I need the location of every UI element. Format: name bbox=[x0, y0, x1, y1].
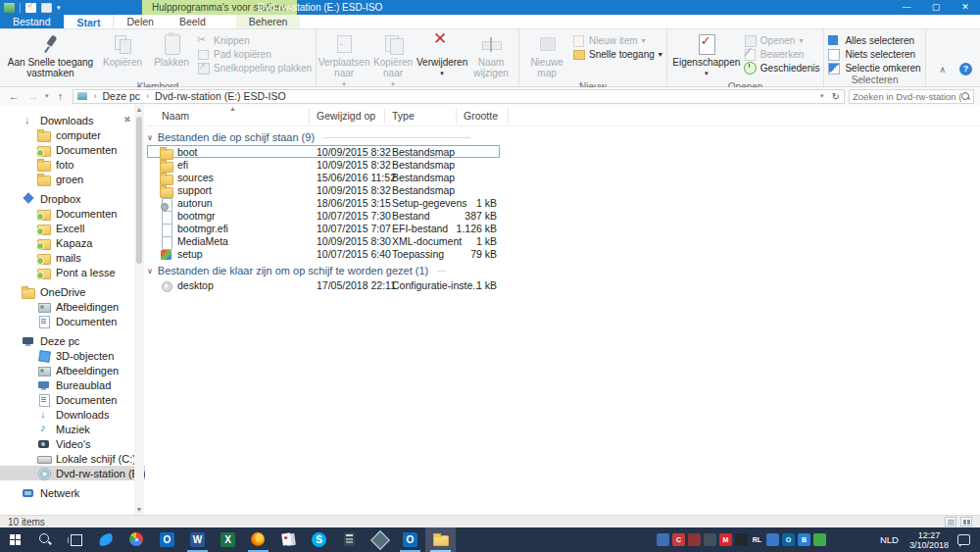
move-to-button[interactable]: Verplaatsen naar bbox=[320, 31, 368, 91]
file-row-mediameta[interactable]: MediaMeta 10/09/2015 8:30 XML-document 1… bbox=[147, 234, 500, 247]
tab-start[interactable]: Start bbox=[64, 15, 115, 28]
refresh-button[interactable]: ↻ bbox=[832, 91, 840, 102]
tab-bestand[interactable]: Bestand bbox=[0, 15, 64, 28]
taskbar-calculator-button[interactable] bbox=[334, 527, 365, 552]
maximize-button[interactable]: ▢ bbox=[921, 0, 951, 15]
sidebar-item-kapaza[interactable]: Kapaza bbox=[0, 235, 145, 250]
taskbar-firefox-button[interactable] bbox=[243, 527, 273, 552]
camera-tray-icon[interactable] bbox=[735, 533, 748, 546]
column-header-type[interactable]: Type bbox=[392, 110, 415, 122]
sidebar-item-videos[interactable]: Video's bbox=[0, 436, 145, 451]
file-row-setup[interactable]: setup 10/07/2015 6:40 Toepassing 79 kB bbox=[147, 247, 500, 260]
keyboard-locale[interactable]: NLD bbox=[876, 534, 903, 545]
properties-button[interactable]: Eigenschappen bbox=[671, 31, 742, 80]
taskbar-excel-button[interactable]: X bbox=[213, 527, 243, 552]
invert-selection-button[interactable]: Selectie omkeren bbox=[828, 62, 920, 74]
breadcrumb-current[interactable]: Dvd-rw-station (E:) ESD-ISO bbox=[155, 90, 286, 102]
scroll-up-icon[interactable]: ▲ bbox=[134, 105, 144, 115]
history-button[interactable]: Geschiedenis bbox=[744, 62, 820, 74]
taskbar-thunderbird-button[interactable] bbox=[91, 527, 122, 552]
new-folder-button[interactable]: Nieuwe map bbox=[523, 31, 570, 80]
sidebar-item-onedrive-afbeeldingen[interactable]: Afbeeldingen bbox=[0, 299, 145, 314]
recent-locations-button[interactable]: ▾ bbox=[45, 92, 49, 100]
search-box[interactable] bbox=[849, 89, 974, 104]
tab-beeld[interactable]: Beeld bbox=[167, 15, 219, 28]
qat-properties-button[interactable] bbox=[25, 3, 36, 13]
sidebar-item-computer[interactable]: computer bbox=[0, 127, 145, 142]
dropbox-tray-icon[interactable] bbox=[657, 533, 669, 546]
paste-shortcut-button[interactable]: Snelkoppeling plakken bbox=[197, 62, 312, 74]
sidebar-item-afbeeldingen[interactable]: Afbeeldingen bbox=[0, 363, 145, 377]
sidebar-item-groen[interactable]: groen bbox=[0, 172, 145, 186]
quick-access-button[interactable]: Snelle toegang bbox=[572, 48, 662, 60]
defender-tray-icon[interactable] bbox=[813, 533, 826, 546]
paste-button[interactable]: Plakken bbox=[148, 31, 195, 70]
select-none-button[interactable]: Niets selecteren bbox=[828, 48, 920, 60]
group-header-on-disc[interactable]: ∨ Bestanden die op schijf staan (9) bbox=[147, 129, 980, 145]
select-all-button[interactable]: Alles selecteren bbox=[828, 34, 920, 46]
scrollbar-thumb[interactable] bbox=[136, 117, 142, 264]
address-dropdown-button[interactable]: ▾ bbox=[820, 92, 824, 100]
minimize-button[interactable]: — bbox=[892, 0, 921, 15]
taskbar-chrome-button[interactable] bbox=[122, 527, 152, 552]
large-icons-view-button[interactable] bbox=[960, 517, 972, 527]
sidebar-item-documenten[interactable]: Documenten bbox=[0, 392, 145, 407]
breadcrumb-deze-pc[interactable]: Deze pc bbox=[103, 90, 141, 102]
taskbar-outlook-button[interactable]: O bbox=[152, 527, 182, 552]
sidebar-item-downloads-pc[interactable]: Downloads bbox=[0, 407, 145, 422]
close-button[interactable]: ✕ bbox=[951, 0, 980, 15]
copy-to-button[interactable]: Kopiëren naar bbox=[369, 31, 416, 91]
clock[interactable]: 12:27 3/10/2018 bbox=[906, 530, 953, 550]
column-header-gewijzigd-op[interactable]: Gewijzigd op bbox=[317, 110, 375, 122]
file-row-sources[interactable]: sources 15/06/2016 11:52 Bestandsmap bbox=[147, 171, 500, 183]
wifi-tray-icon[interactable] bbox=[845, 533, 858, 546]
sidebar-item-deze-pc[interactable]: Deze pc bbox=[0, 333, 145, 348]
scroll-down-icon[interactable]: ▼ bbox=[134, 505, 144, 515]
app-red-tray-icon[interactable] bbox=[688, 533, 701, 546]
help-button[interactable]: ? bbox=[959, 63, 972, 75]
file-row-bootmgr[interactable]: bootmgr 10/07/2015 7:30 Bestand 387 kB bbox=[147, 209, 500, 222]
sidebar-item-lokale-schijf-c[interactable]: Lokale schijf (C:) bbox=[0, 451, 145, 466]
sidebar-item-pont-a-lesse[interactable]: Pont a lesse bbox=[0, 265, 145, 279]
taskbar-solitaire-button[interactable] bbox=[273, 527, 304, 552]
back-button[interactable]: ← bbox=[6, 90, 22, 102]
open-button[interactable]: Openen bbox=[744, 34, 820, 46]
copy-button[interactable]: Kopiëren bbox=[99, 31, 146, 70]
file-row-desktop[interactable]: desktop 17/05/2018 22:11 Configuratie-in… bbox=[147, 278, 500, 291]
file-row-autorun[interactable]: autorun 18/06/2015 3:15 Setup-gegevens 1… bbox=[147, 196, 500, 209]
file-row-efi[interactable]: efi 10/09/2015 8:32 Bestandsmap bbox=[147, 158, 500, 171]
taskbar-search-button[interactable] bbox=[30, 527, 61, 552]
delete-button[interactable]: Verwijderen bbox=[418, 31, 466, 80]
qat-new-folder-button[interactable] bbox=[41, 3, 52, 13]
taskbar-outlook2-button[interactable]: O bbox=[395, 527, 425, 552]
app-dark-tray-icon[interactable] bbox=[704, 533, 716, 546]
volume-tray-icon[interactable] bbox=[860, 533, 873, 546]
taskbar-virtualbox-button[interactable] bbox=[365, 527, 395, 552]
forward-button[interactable]: → bbox=[25, 90, 41, 102]
sidebar-item-3d-objecten[interactable]: 3D-objecten bbox=[0, 348, 145, 363]
rename-button[interactable]: Naam wijzigen bbox=[467, 31, 514, 80]
app-blue-tray-icon[interactable] bbox=[766, 533, 779, 546]
bluetooth-tray-icon[interactable]: B bbox=[798, 533, 810, 546]
file-row-support[interactable]: support 10/09/2015 8:32 Bestandsmap bbox=[147, 183, 500, 196]
address-bar[interactable]: › Deze pc › Dvd-rw-station (E:) ESD-ISO … bbox=[73, 89, 845, 104]
cut-button[interactable]: Knippen bbox=[197, 34, 312, 46]
sidebar-item-mails[interactable]: mails bbox=[0, 250, 145, 265]
sidebar-item-excell[interactable]: Excell bbox=[0, 221, 145, 235]
sidebar-item-netwerk[interactable]: Netwerk bbox=[0, 485, 145, 500]
group-header-ready-to-burn[interactable]: ∨ Bestanden die klaar zijn om op schijf … bbox=[147, 263, 980, 278]
sidebar-item-onedrive-documenten[interactable]: Documenten bbox=[0, 314, 145, 328]
taskbar-skype-button[interactable]: S bbox=[304, 527, 334, 552]
tab-delen[interactable]: Delen bbox=[114, 15, 166, 28]
qat-customize-button[interactable]: ▾ bbox=[57, 4, 61, 12]
file-row-boot[interactable]: boot 10/09/2015 8:32 Bestandsmap bbox=[147, 145, 500, 158]
tab-beheren[interactable]: Beheren bbox=[236, 15, 301, 28]
sidebar-item-muziek[interactable]: Muziek bbox=[0, 422, 145, 436]
sidebar-scrollbar[interactable]: ▲ ▼ bbox=[134, 105, 144, 515]
outlook-tray-icon[interactable]: O bbox=[782, 533, 795, 546]
sidebar-item-bureaublad[interactable]: Bureaublad bbox=[0, 377, 145, 392]
sidebar-item-onedrive[interactable]: OneDrive bbox=[0, 284, 145, 299]
sidebar-item-dropbox-documenten[interactable]: Documenten bbox=[0, 206, 145, 221]
column-header-naam[interactable]: Naam bbox=[162, 110, 189, 122]
sidebar-item-dvd-rw-station[interactable]: Dvd-rw-station (E:) ESD-ISO bbox=[0, 466, 145, 480]
